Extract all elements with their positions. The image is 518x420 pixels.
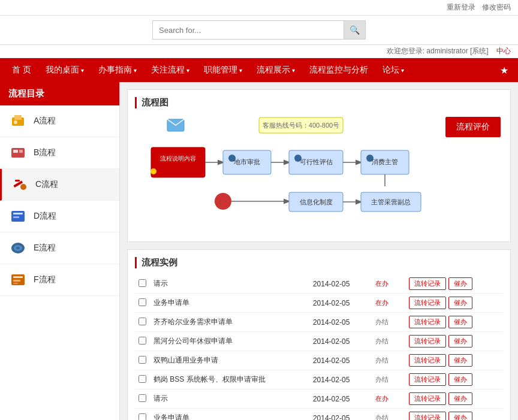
svg-rect-1 (14, 115, 22, 120)
nav-item-desktop[interactable]: 我的桌面 ▾ (38, 58, 91, 82)
row-date: 2014-02-05 (309, 313, 368, 332)
main-layout: 流程目录 A流程 B流程 (0, 82, 518, 420)
search-button[interactable]: 🔍 (344, 20, 366, 40)
nav-item-home[interactable]: 首 页 (5, 58, 38, 82)
nav-item-display[interactable]: 流程展示 ▾ (249, 58, 302, 82)
action-btn[interactable]: 催办 (448, 354, 472, 367)
row-name: 业务申请单 (150, 409, 309, 421)
action-btn[interactable]: 催办 (448, 412, 472, 420)
action-btn[interactable]: 流转记录 (409, 354, 446, 367)
svg-rect-5 (19, 150, 23, 153)
sidebar-item-c[interactable]: C流程 (0, 169, 119, 201)
nav-item-monitor[interactable]: 流程监控与分析 (302, 58, 375, 82)
table-row: 业务申请单 2014-02-05 办结 流转记录催办 (135, 409, 503, 421)
svg-rect-10 (13, 213, 23, 214)
row-status: 在办 (368, 294, 405, 313)
row-checkbox-cell (135, 389, 150, 409)
sidebar-item-a[interactable]: A流程 (0, 105, 119, 137)
action-btn[interactable]: 流转记录 (409, 316, 446, 328)
row-date: 2014-02-05 (309, 389, 368, 409)
sidebar-item-e-label: E流程 (34, 243, 56, 253)
row-name: 请示 (150, 274, 309, 294)
svg-text:信息化制度: 信息化制度 (300, 198, 333, 206)
table-row: 业务申请单 2014-02-05 在办 流转记录催办 (135, 294, 503, 313)
action-btn[interactable]: 流转记录 (409, 373, 446, 386)
change-password-link[interactable]: 修改密码 (482, 3, 511, 11)
content-area: 流程图 流程评价 客服热线号码：400-800号 流程说明内容 (120, 82, 518, 420)
row-checkbox[interactable] (138, 356, 146, 364)
flow-diagram-title: 流程图 (135, 97, 503, 108)
svg-point-24 (150, 168, 156, 174)
center-link[interactable]: 中心 (496, 47, 511, 55)
svg-rect-11 (13, 216, 19, 218)
sidebar-item-f[interactable]: F流程 (0, 264, 119, 296)
action-btn[interactable]: 流转记录 (409, 297, 446, 309)
row-status: 在办 (368, 389, 405, 409)
sidebar-item-b[interactable]: B流程 (0, 137, 119, 169)
row-date: 2014-02-05 (309, 274, 368, 294)
svg-rect-3 (11, 148, 25, 158)
sidebar-item-e[interactable]: E流程 (0, 232, 119, 264)
nav-item-follow[interactable]: 关注流程 ▾ (144, 58, 197, 82)
row-status: 办结 (368, 370, 405, 389)
sidebar-item-f-label: F流程 (34, 274, 56, 285)
row-checkbox[interactable] (138, 413, 146, 421)
action-btn[interactable]: 流转记录 (409, 412, 446, 420)
reset-login-link[interactable]: 重新登录 (447, 3, 475, 11)
row-actions: 流转记录催办 (405, 274, 503, 294)
row-actions: 流转记录催办 (405, 370, 503, 389)
action-btn[interactable]: 催办 (448, 277, 472, 290)
process-instances-title: 流程实例 (135, 257, 503, 268)
row-checkbox-cell (135, 370, 150, 389)
action-btn[interactable]: 催办 (448, 335, 472, 348)
chevron-down-icon: ▾ (81, 67, 84, 74)
row-name: 齐齐哈尔业务需求申请单 (150, 313, 309, 332)
sidebar-item-d[interactable]: D流程 (0, 201, 119, 232)
svg-text:可行性评估: 可行性评估 (300, 158, 333, 165)
table-row: 请示 2014-02-05 在办 流转记录催办 (135, 389, 503, 409)
row-actions: 流转记录催办 (405, 351, 503, 370)
row-checkbox[interactable] (138, 318, 146, 325)
nav-item-guide[interactable]: 办事指南 ▾ (91, 58, 144, 82)
action-btn[interactable]: 流转记录 (409, 277, 446, 290)
flow-diagram-content: 流程评价 客服热线号码：400-800号 流程说明内容 (135, 114, 503, 234)
c-flow-icon (10, 175, 29, 194)
svg-rect-16 (13, 276, 23, 278)
row-checkbox-cell (135, 294, 150, 313)
row-checkbox-cell (135, 274, 150, 294)
table-row: 请示 2014-02-05 在办 流转记录催办 (135, 274, 503, 294)
row-checkbox[interactable] (138, 375, 146, 383)
row-name: 双鸭山通用业务申请 (150, 351, 309, 370)
action-btn[interactable]: 催办 (448, 373, 472, 386)
row-checkbox[interactable] (138, 394, 146, 402)
welcome-text: 欢迎您登录: administrator [系统] (387, 47, 489, 55)
row-date: 2014-02-05 (309, 409, 368, 421)
a-flow-icon (8, 111, 28, 131)
row-checkbox[interactable] (138, 298, 146, 306)
welcome-bar: 欢迎您登录: administrator [系统] 中心 (0, 45, 518, 58)
row-status: 办结 (368, 409, 405, 421)
star-icon[interactable]: ★ (495, 65, 513, 76)
action-btn[interactable]: 催办 (448, 392, 472, 405)
nav-item-forum[interactable]: 论坛 ▾ (375, 58, 411, 82)
action-btn[interactable]: 流转记录 (409, 392, 446, 405)
table-row: 鹤岗 BSS 系统帐号、权限申请审批 2014-02-05 办结 流转记录催办 (135, 370, 503, 389)
nav-item-function[interactable]: 职能管理 ▾ (197, 58, 249, 82)
action-btn[interactable]: 流转记录 (409, 335, 446, 348)
row-date: 2014-02-05 (309, 294, 368, 313)
chevron-down-icon: ▾ (134, 67, 137, 74)
row-checkbox[interactable] (138, 337, 146, 345)
action-btn[interactable]: 催办 (448, 316, 472, 328)
row-checkbox-cell (135, 313, 150, 332)
action-btn[interactable]: 催办 (448, 297, 472, 309)
sidebar-item-a-label: A流程 (34, 116, 56, 126)
svg-text:消费主管: 消费主管 (372, 158, 398, 165)
svg-rect-17 (13, 280, 20, 282)
row-checkbox[interactable] (138, 279, 146, 287)
row-status: 办结 (368, 313, 405, 332)
search-input[interactable] (152, 20, 344, 40)
row-checkbox-cell (135, 332, 150, 351)
f-flow-icon (8, 270, 28, 289)
sidebar-item-b-label: B流程 (34, 147, 56, 158)
flow-eval-button[interactable]: 流程评价 (445, 117, 501, 137)
